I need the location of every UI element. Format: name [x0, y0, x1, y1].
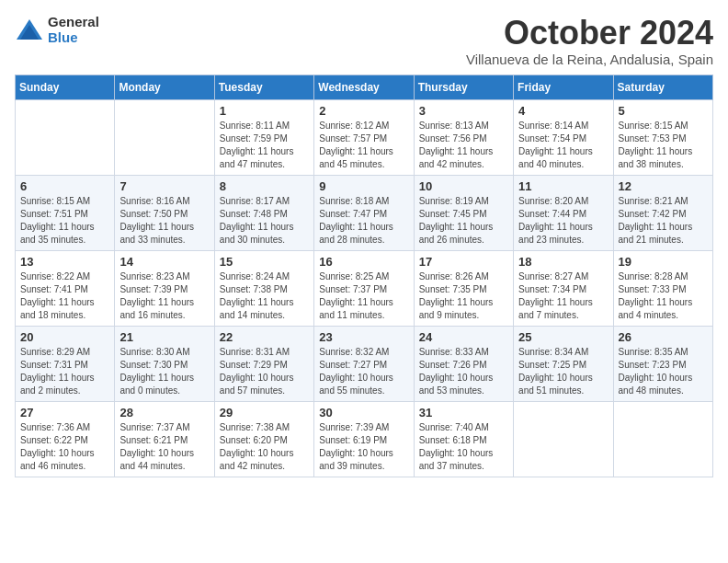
day-info: Sunrise: 8:11 AM Sunset: 7:59 PM Dayligh… [220, 120, 309, 171]
calendar-cell: 27 Sunrise: 7:36 AM Sunset: 6:22 PM Dayl… [16, 401, 115, 477]
day-info: Sunrise: 8:13 AM Sunset: 7:56 PM Dayligh… [419, 120, 508, 171]
weekday-header-cell: Monday [115, 75, 214, 99]
day-info: Sunrise: 8:29 AM Sunset: 7:31 PM Dayligh… [20, 346, 109, 397]
day-number: 4 [518, 104, 608, 118]
calendar-cell: 13 Sunrise: 8:22 AM Sunset: 7:41 PM Dayl… [16, 250, 115, 326]
day-number: 31 [419, 406, 508, 419]
day-number: 3 [419, 104, 508, 118]
sunset-text: Sunset: 7:56 PM [419, 133, 487, 144]
day-number: 23 [319, 330, 408, 344]
day-info: Sunrise: 7:40 AM Sunset: 6:18 PM Dayligh… [419, 421, 508, 473]
sunset-text: Sunset: 7:44 PM [518, 209, 586, 219]
calendar-cell: 29 Sunrise: 7:38 AM Sunset: 6:20 PM Dayl… [214, 401, 313, 477]
sunset-text: Sunset: 7:25 PM [518, 360, 586, 370]
calendar-cell: 24 Sunrise: 8:33 AM Sunset: 7:26 PM Dayl… [414, 326, 513, 401]
calendar-cell: 21 Sunrise: 8:30 AM Sunset: 7:30 PM Dayl… [115, 326, 214, 401]
day-info: Sunrise: 8:20 AM Sunset: 7:44 PM Dayligh… [518, 195, 608, 247]
sunrise-text: Sunrise: 8:17 AM [220, 196, 290, 206]
calendar-cell [514, 401, 613, 477]
sunset-text: Sunset: 7:33 PM [619, 284, 687, 294]
sunset-text: Sunset: 7:50 PM [119, 209, 188, 219]
sunrise-text: Sunrise: 8:16 AM [119, 196, 189, 206]
calendar-cell: 3 Sunrise: 8:13 AM Sunset: 7:56 PM Dayli… [414, 99, 513, 175]
daylight-text: Daylight: 11 hours and 21 minutes. [619, 222, 693, 245]
day-info: Sunrise: 8:23 AM Sunset: 7:39 PM Dayligh… [119, 270, 209, 322]
day-number: 9 [319, 179, 408, 193]
calendar-body: 1 Sunrise: 8:11 AM Sunset: 7:59 PM Dayli… [16, 99, 713, 477]
daylight-text: Daylight: 11 hours and 38 minutes. [619, 146, 693, 169]
calendar-cell: 20 Sunrise: 8:29 AM Sunset: 7:31 PM Dayl… [16, 326, 115, 401]
day-number: 13 [20, 255, 109, 269]
calendar-week-row: 20 Sunrise: 8:29 AM Sunset: 7:31 PM Dayl… [16, 326, 713, 401]
sunrise-text: Sunrise: 8:33 AM [419, 347, 489, 357]
daylight-text: Daylight: 10 hours and 51 minutes. [518, 373, 593, 396]
calendar-week-row: 1 Sunrise: 8:11 AM Sunset: 7:59 PM Dayli… [16, 99, 713, 175]
day-number: 12 [619, 179, 708, 193]
day-number: 21 [119, 330, 209, 344]
day-info: Sunrise: 8:16 AM Sunset: 7:50 PM Dayligh… [119, 195, 209, 247]
daylight-text: Daylight: 11 hours and 18 minutes. [20, 297, 95, 320]
calendar-cell: 17 Sunrise: 8:26 AM Sunset: 7:35 PM Dayl… [414, 250, 513, 326]
sunrise-text: Sunrise: 8:27 AM [518, 271, 588, 282]
sunrise-text: Sunrise: 8:15 AM [20, 196, 90, 206]
sunrise-text: Sunrise: 7:40 AM [419, 422, 489, 432]
logo: General Blue [15, 15, 99, 45]
sunset-text: Sunset: 7:31 PM [20, 360, 88, 370]
day-number: 22 [220, 330, 309, 344]
day-number: 1 [220, 104, 309, 118]
sunrise-text: Sunrise: 8:22 AM [20, 271, 90, 282]
day-info: Sunrise: 7:38 AM Sunset: 6:20 PM Dayligh… [220, 421, 309, 473]
daylight-text: Daylight: 11 hours and 9 minutes. [419, 297, 494, 320]
calendar-cell: 26 Sunrise: 8:35 AM Sunset: 7:23 PM Dayl… [613, 326, 712, 401]
day-number: 18 [518, 255, 608, 269]
sunrise-text: Sunrise: 8:30 AM [119, 347, 189, 357]
calendar-cell [115, 99, 214, 175]
sunset-text: Sunset: 7:38 PM [220, 284, 288, 294]
day-number: 17 [419, 255, 508, 269]
daylight-text: Daylight: 11 hours and 2 minutes. [20, 373, 95, 396]
sunset-text: Sunset: 7:37 PM [319, 284, 387, 294]
calendar-cell: 30 Sunrise: 7:39 AM Sunset: 6:19 PM Dayl… [314, 401, 414, 477]
sunset-text: Sunset: 7:23 PM [619, 360, 687, 370]
day-info: Sunrise: 8:31 AM Sunset: 7:29 PM Dayligh… [220, 346, 309, 397]
calendar-cell: 23 Sunrise: 8:32 AM Sunset: 7:27 PM Dayl… [314, 326, 414, 401]
sunrise-text: Sunrise: 7:36 AM [20, 422, 90, 432]
weekday-header-cell: Thursday [414, 75, 513, 99]
calendar-cell: 31 Sunrise: 7:40 AM Sunset: 6:18 PM Dayl… [414, 401, 513, 477]
sunrise-text: Sunrise: 8:20 AM [518, 196, 588, 206]
day-number: 14 [119, 255, 209, 269]
sunset-text: Sunset: 7:57 PM [319, 133, 387, 144]
calendar-cell: 19 Sunrise: 8:28 AM Sunset: 7:33 PM Dayl… [613, 250, 712, 326]
sunrise-text: Sunrise: 8:12 AM [319, 121, 389, 131]
sunrise-text: Sunrise: 8:15 AM [619, 121, 688, 131]
calendar-cell: 4 Sunrise: 8:14 AM Sunset: 7:54 PM Dayli… [514, 99, 613, 175]
daylight-text: Daylight: 11 hours and 4 minutes. [619, 297, 693, 320]
day-info: Sunrise: 8:34 AM Sunset: 7:25 PM Dayligh… [518, 346, 608, 397]
day-number: 24 [419, 330, 508, 344]
day-info: Sunrise: 7:37 AM Sunset: 6:21 PM Dayligh… [119, 421, 209, 473]
calendar-cell: 18 Sunrise: 8:27 AM Sunset: 7:34 PM Dayl… [514, 250, 613, 326]
sunrise-text: Sunrise: 8:28 AM [619, 271, 688, 282]
sunset-text: Sunset: 7:45 PM [419, 209, 487, 219]
location-subtitle: Villanueva de la Reina, Andalusia, Spain [466, 52, 713, 67]
sunset-text: Sunset: 7:51 PM [20, 209, 88, 219]
calendar-week-row: 13 Sunrise: 8:22 AM Sunset: 7:41 PM Dayl… [16, 250, 713, 326]
title-block: October 2024 Villanueva de la Reina, And… [466, 15, 713, 67]
logo-general: General [48, 15, 99, 30]
day-info: Sunrise: 8:17 AM Sunset: 7:48 PM Dayligh… [220, 195, 309, 247]
sunrise-text: Sunrise: 8:24 AM [220, 271, 290, 282]
sunset-text: Sunset: 7:59 PM [220, 133, 288, 144]
calendar-cell: 9 Sunrise: 8:18 AM Sunset: 7:47 PM Dayli… [314, 175, 414, 250]
page-header: General Blue October 2024 Villanueva de … [15, 15, 713, 67]
sunset-text: Sunset: 7:47 PM [319, 209, 387, 219]
daylight-text: Daylight: 11 hours and 33 minutes. [119, 222, 194, 245]
day-info: Sunrise: 8:30 AM Sunset: 7:30 PM Dayligh… [119, 346, 209, 397]
calendar-week-row: 6 Sunrise: 8:15 AM Sunset: 7:51 PM Dayli… [16, 175, 713, 250]
day-info: Sunrise: 8:19 AM Sunset: 7:45 PM Dayligh… [419, 195, 508, 247]
day-number: 27 [20, 406, 109, 419]
weekday-header-row: SundayMondayTuesdayWednesdayThursdayFrid… [16, 75, 713, 99]
daylight-text: Daylight: 10 hours and 37 minutes. [419, 448, 494, 471]
day-number: 11 [518, 179, 608, 193]
sunrise-text: Sunrise: 8:35 AM [619, 347, 688, 357]
day-number: 2 [319, 104, 408, 118]
